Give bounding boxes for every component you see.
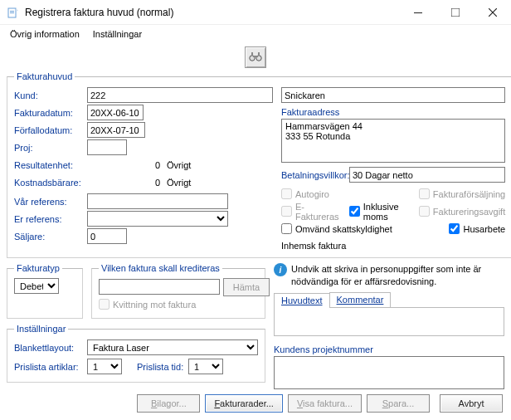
fakturadatum-input[interactable] bbox=[87, 105, 144, 120]
search-button[interactable] bbox=[245, 46, 266, 68]
resultatenhet-code: 0 bbox=[87, 160, 163, 170]
kvittning-checkbox: Kvittning mot faktura bbox=[99, 299, 196, 310]
prislista-tid-label: Prislista tid: bbox=[137, 362, 188, 372]
app-icon bbox=[7, 6, 20, 19]
fieldset-fakturahuvud: Fakturahuvud Kund: Fakturadatum: Förfall… bbox=[7, 71, 511, 258]
var-referens-label: Vår referens: bbox=[14, 197, 87, 207]
kostnadsbarare-label: Kostnadsbärare: bbox=[14, 178, 87, 188]
kreditera-input[interactable] bbox=[99, 279, 220, 295]
prislista-tid-select[interactable]: 1 bbox=[188, 359, 223, 374]
blankettlayout-label: Blankettlayout: bbox=[14, 343, 87, 353]
kund-label: Kund: bbox=[14, 90, 87, 100]
info-row: i Undvik att skriva in personuppgifter s… bbox=[274, 263, 504, 289]
saljare-input[interactable] bbox=[87, 228, 127, 244]
minimize-button[interactable] bbox=[399, 0, 436, 25]
kundens-projektnummer-box[interactable] bbox=[274, 356, 504, 389]
memo-textarea[interactable] bbox=[274, 308, 504, 336]
kostnadsbarare-code: 0 bbox=[87, 178, 163, 188]
footer-buttons: Bilagor... Fakturarader... Visa faktura.… bbox=[0, 389, 511, 419]
legend-installningar: Inställningar bbox=[14, 324, 68, 334]
svg-rect-4 bbox=[451, 8, 460, 17]
info-icon: i bbox=[274, 263, 287, 276]
svg-rect-7 bbox=[251, 52, 253, 56]
svg-rect-8 bbox=[258, 52, 260, 56]
fakturaforsaljning-checkbox: Fakturaförsäljning bbox=[419, 188, 505, 199]
proj-input[interactable] bbox=[87, 139, 127, 155]
menu-ovrig-information[interactable]: Övrig information bbox=[5, 27, 85, 41]
spara-button: Spara... bbox=[367, 394, 430, 413]
prislista-artiklar-label: Prislista artiklar: bbox=[14, 362, 87, 372]
omvand-skattskyldighet-checkbox[interactable]: Omvänd skattskyldighet bbox=[281, 223, 392, 234]
autogiro-checkbox: Autogiro bbox=[281, 188, 356, 199]
saljare-label: Säljare: bbox=[14, 232, 87, 242]
maximize-button[interactable] bbox=[436, 0, 474, 25]
bilagor-button: Bilagor... bbox=[137, 394, 200, 413]
var-referens-input[interactable] bbox=[87, 193, 228, 209]
kund-input[interactable] bbox=[87, 87, 273, 103]
fakturaadress-label: Fakturaadress bbox=[281, 107, 505, 117]
faktureringsavgift-checkbox: Faktureringsavgift bbox=[419, 206, 505, 217]
efaktureras-checkbox: E-Faktureras bbox=[281, 202, 343, 222]
er-referens-select[interactable] bbox=[87, 211, 228, 227]
legend-fakturahuvud: Fakturahuvud bbox=[14, 71, 75, 81]
resultatenhet-label: Resultatenhet: bbox=[14, 160, 87, 170]
proj-label: Proj: bbox=[14, 143, 87, 153]
window-title: Registrera faktura huvud (normal) bbox=[25, 7, 399, 18]
fakturarader-button[interactable]: Fakturarader... bbox=[205, 394, 283, 413]
inhemsk-faktura-text: Inhemsk faktura bbox=[281, 241, 505, 251]
memo-tabs: Huvudtext Kommentar bbox=[274, 292, 504, 308]
titlebar: Registrera faktura huvud (normal) bbox=[0, 0, 511, 25]
svg-rect-3 bbox=[414, 12, 422, 13]
er-referens-label: Er referens: bbox=[14, 214, 87, 224]
forfallodatum-input[interactable] bbox=[87, 122, 145, 138]
menu-installningar[interactable]: Inställningar bbox=[88, 27, 147, 41]
inklusive-moms-checkbox[interactable]: Inklusive moms bbox=[349, 202, 412, 222]
fakturadatum-label: Fakturadatum: bbox=[14, 108, 87, 118]
hamta-button: Hämta bbox=[223, 278, 270, 296]
tab-huvudtext[interactable]: Huvudtext bbox=[274, 293, 330, 308]
fakturatyp-select[interactable]: Debet bbox=[14, 278, 59, 294]
kundnamn-input[interactable] bbox=[281, 87, 505, 103]
kostnadsbarare-text: Övrigt bbox=[163, 178, 191, 188]
avbryt-button[interactable]: Avbryt bbox=[440, 394, 503, 413]
menubar: Övrig information Inställningar bbox=[0, 25, 511, 43]
husarbete-checkbox[interactable]: Husarbete bbox=[449, 223, 505, 234]
fieldset-fakturatyp: Fakturatyp Debet bbox=[7, 263, 83, 319]
legend-fakturatyp: Fakturatyp bbox=[14, 263, 62, 273]
fakturaadress-box[interactable]: Hammarsvägen 44 333 55 Rotunda bbox=[281, 119, 505, 163]
binoculars-icon bbox=[249, 51, 262, 65]
kundens-projektnummer-label: Kundens projektnummer bbox=[274, 344, 504, 354]
close-button[interactable] bbox=[474, 0, 511, 25]
svg-rect-2 bbox=[10, 12, 14, 13]
visa-faktura-button: Visa faktura... bbox=[288, 394, 362, 413]
toolbar bbox=[0, 43, 511, 71]
prislista-artiklar-select[interactable]: 1 bbox=[87, 359, 122, 374]
blankettlayout-select[interactable]: Faktura Laser bbox=[87, 339, 258, 355]
betalningsvillkor-label: Betalningsvillkor: bbox=[281, 170, 349, 180]
svg-rect-9 bbox=[253, 56, 258, 57]
betalningsvillkor-value[interactable]: 30 Dagar netto bbox=[349, 167, 505, 183]
info-text: Undvik att skriva in personuppgifter som… bbox=[291, 263, 504, 289]
tab-kommentar[interactable]: Kommentar bbox=[329, 292, 392, 307]
resultatenhet-text: Övrigt bbox=[163, 160, 191, 170]
fieldset-kreditera: Vilken faktura skall krediteras Hämta Kv… bbox=[91, 263, 265, 319]
fieldset-installningar: Inställningar Blankettlayout: Faktura La… bbox=[7, 324, 265, 383]
legend-kreditera: Vilken faktura skall krediteras bbox=[99, 263, 222, 273]
forfallodatum-label: Förfallodatum: bbox=[14, 125, 87, 135]
svg-rect-1 bbox=[10, 11, 14, 12]
